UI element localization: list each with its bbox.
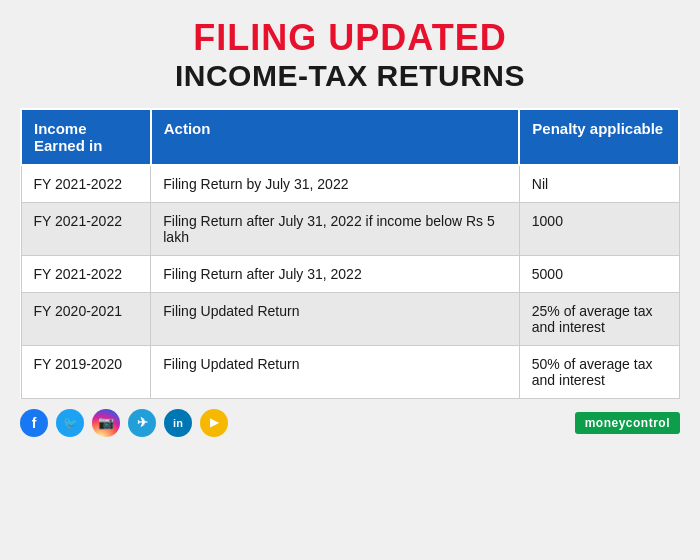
table-row: FY 2021-2022Filing Return after July 31,… (21, 255, 679, 292)
header-action: Action (151, 109, 520, 165)
table-row: FY 2020-2021Filing Updated Return25% of … (21, 292, 679, 345)
twitter-icon[interactable]: 🐦 (56, 409, 84, 437)
cell-action: Filing Updated Return (151, 345, 520, 398)
cell-action: Filing Return by July 31, 2022 (151, 165, 520, 203)
cell-penalty: Nil (519, 165, 679, 203)
title-line1: FILING UPDATED (193, 18, 506, 58)
cell-income: FY 2021-2022 (21, 165, 151, 203)
cell-income: FY 2019-2020 (21, 345, 151, 398)
cell-penalty: 5000 (519, 255, 679, 292)
header-income: Income Earned in (21, 109, 151, 165)
cell-action: Filing Return after July 31, 2022 (151, 255, 520, 292)
youtube-icon[interactable]: ▶ (200, 409, 228, 437)
cell-action: Filing Updated Return (151, 292, 520, 345)
cell-penalty: 25% of average tax and interest (519, 292, 679, 345)
cell-income: FY 2021-2022 (21, 255, 151, 292)
cell-penalty: 50% of average tax and interest (519, 345, 679, 398)
instagram-icon[interactable]: 📷 (92, 409, 120, 437)
header-penalty: Penalty applicable (519, 109, 679, 165)
table-row: FY 2021-2022Filing Return by July 31, 20… (21, 165, 679, 203)
cell-penalty: 1000 (519, 202, 679, 255)
brand-label: moneycontrol (575, 412, 680, 434)
table-row: FY 2019-2020Filing Updated Return50% of … (21, 345, 679, 398)
title-line2: INCOME-TAX RETURNS (175, 58, 525, 94)
cell-income: FY 2021-2022 (21, 202, 151, 255)
telegram-icon[interactable]: ✈ (128, 409, 156, 437)
facebook-icon[interactable]: f (20, 409, 48, 437)
cell-income: FY 2020-2021 (21, 292, 151, 345)
footer: f 🐦 📷 ✈ in ▶ moneycontrol (20, 409, 680, 437)
tax-table: Income Earned in Action Penalty applicab… (20, 108, 680, 399)
social-icons: f 🐦 📷 ✈ in ▶ (20, 409, 228, 437)
cell-action: Filing Return after July 31, 2022 if inc… (151, 202, 520, 255)
main-container: FILING UPDATED INCOME-TAX RETURNS Income… (0, 0, 700, 560)
linkedin-icon[interactable]: in (164, 409, 192, 437)
table-row: FY 2021-2022Filing Return after July 31,… (21, 202, 679, 255)
